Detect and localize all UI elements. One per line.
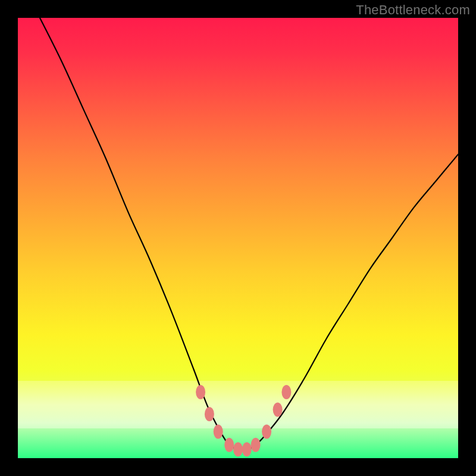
- attribution-label: TheBottleneck.com: [356, 2, 470, 18]
- chart-frame: TheBottleneck.com: [0, 0, 476, 476]
- plot-background: [18, 18, 458, 458]
